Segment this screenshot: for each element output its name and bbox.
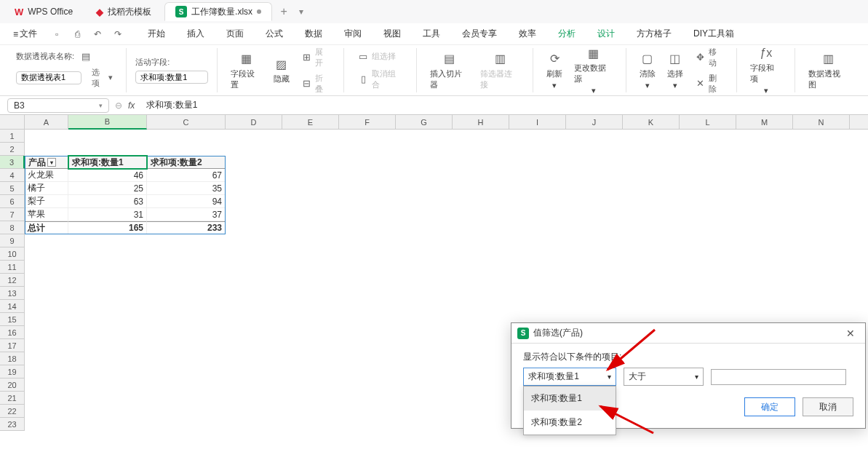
insert-slicer-button[interactable]: ▤插入切片器: [426, 49, 474, 92]
row-header-14[interactable]: 14: [0, 300, 25, 313]
column-header-D[interactable]: D: [226, 115, 282, 130]
row-header-15[interactable]: 15: [0, 313, 25, 326]
row-header-2[interactable]: 2: [0, 143, 25, 156]
cell-C7[interactable]: 37: [147, 208, 226, 221]
column-header-O[interactable]: O: [850, 115, 868, 130]
menu-diy[interactable]: DIY工具箱: [686, 25, 741, 43]
menu-hamburger[interactable]: ≡ 文件: [7, 25, 43, 43]
menu-analyze[interactable]: 分析: [551, 25, 583, 43]
menu-tools[interactable]: 工具: [415, 25, 447, 43]
refresh-button[interactable]: ⟳刷新 ▾: [542, 49, 567, 92]
pivot-name-input[interactable]: [16, 71, 81, 84]
filter-field-select[interactable]: 求和项:数量1 ▾ 求和项:数量1 求和项:数量2: [523, 368, 616, 386]
column-header-F[interactable]: F: [339, 115, 396, 130]
column-header-C[interactable]: C: [147, 115, 226, 130]
row-header-7[interactable]: 7: [0, 208, 25, 221]
menu-insert[interactable]: 插入: [180, 25, 212, 43]
row-header-9[interactable]: 9: [0, 234, 25, 247]
row-header-12[interactable]: 12: [0, 274, 25, 287]
hide-button[interactable]: ▨隐藏: [269, 55, 294, 86]
row-header-18[interactable]: 18: [0, 352, 25, 365]
move-button[interactable]: ✥移动: [690, 45, 728, 70]
cell-C5[interactable]: 35: [147, 182, 226, 195]
row-header-6[interactable]: 6: [0, 195, 25, 208]
row-header-5[interactable]: 5: [0, 182, 25, 195]
cell-C4[interactable]: 67: [147, 169, 226, 182]
ok-button[interactable]: 确定: [744, 397, 795, 416]
dialog-close-button[interactable]: ✕: [842, 326, 859, 341]
cell-A4[interactable]: 火龙果: [25, 169, 68, 182]
filter-operator-select[interactable]: 大于 ▾: [624, 368, 704, 386]
cell-B5[interactable]: 25: [68, 182, 147, 195]
options-button[interactable]: 选项 ▾: [87, 66, 117, 90]
row-header-4[interactable]: 4: [0, 169, 25, 182]
column-header-I[interactable]: I: [509, 115, 566, 130]
list-icon[interactable]: ▤: [80, 51, 92, 63]
new-tab-button[interactable]: +: [275, 3, 292, 20]
dropdown-option-2[interactable]: 求和项:数量2: [524, 411, 616, 435]
change-source-button[interactable]: ▦更改数据源 ▾: [570, 44, 617, 97]
row-header-1[interactable]: 1: [0, 130, 25, 143]
column-header-B[interactable]: B: [68, 115, 147, 130]
template-tab[interactable]: ◆ 找稻壳模板: [86, 2, 162, 21]
cell-A3[interactable]: 产品▾: [25, 156, 68, 169]
row-header-13[interactable]: 13: [0, 287, 25, 300]
cell-B7[interactable]: 31: [68, 208, 147, 221]
column-header-G[interactable]: G: [396, 115, 453, 130]
filter-value-input[interactable]: [711, 369, 846, 385]
row-header-20[interactable]: 20: [0, 378, 25, 392]
column-header-H[interactable]: H: [453, 115, 509, 130]
filter-dropdown-icon[interactable]: ▾: [47, 158, 56, 167]
column-header-M[interactable]: M: [736, 115, 793, 130]
menu-member[interactable]: 会员专享: [455, 25, 504, 43]
menu-data[interactable]: 数据: [298, 25, 330, 43]
cell-C8[interactable]: 233: [147, 221, 226, 234]
fields-items-button[interactable]: ƒx字段和项 ▾: [746, 44, 786, 97]
column-header-K[interactable]: K: [623, 115, 680, 130]
row-header-8[interactable]: 8: [0, 221, 25, 234]
row-header-19[interactable]: 19: [0, 365, 25, 378]
delete-button[interactable]: ✕删除: [690, 71, 728, 96]
row-header-23[interactable]: 23: [0, 418, 25, 431]
undo-icon[interactable]: ↶: [91, 28, 104, 41]
active-field-input[interactable]: [135, 71, 208, 84]
name-box[interactable]: B3 ▾: [7, 98, 109, 113]
menu-start[interactable]: 开始: [140, 25, 172, 43]
cell-A8[interactable]: 总计: [25, 221, 68, 234]
cell-B4[interactable]: 46: [68, 169, 147, 182]
cell-C3[interactable]: 求和项:数量2: [147, 156, 226, 169]
select-button[interactable]: ◫选择 ▾: [663, 49, 688, 92]
cell-B6[interactable]: 63: [68, 195, 147, 208]
select-all-corner[interactable]: [0, 115, 25, 130]
cell-A7[interactable]: 苹果: [25, 208, 68, 221]
menu-review[interactable]: 审阅: [337, 25, 369, 43]
row-header-3[interactable]: 3: [0, 156, 25, 169]
cell-A5[interactable]: 橘子: [25, 182, 68, 195]
column-header-N[interactable]: N: [793, 115, 850, 130]
clear-button[interactable]: ▢清除 ▾: [635, 49, 660, 92]
menu-page[interactable]: 页面: [219, 25, 251, 43]
menu-ffgrid[interactable]: 方方格子: [629, 25, 679, 43]
row-header-21[interactable]: 21: [0, 392, 25, 405]
cell-B8[interactable]: 165: [68, 221, 147, 234]
field-settings-button[interactable]: ▦字段设置: [226, 49, 266, 92]
formula-input[interactable]: 求和项:数量1: [140, 98, 861, 113]
cell-B3[interactable]: 求和项:数量1: [68, 156, 147, 169]
row-header-11[interactable]: 11: [0, 261, 25, 274]
cancel-formula-icon[interactable]: ⊖: [115, 100, 122, 111]
row-header-17[interactable]: 17: [0, 339, 25, 352]
app-tab[interactable]: W WPS Office: [4, 2, 83, 21]
menu-formula[interactable]: 公式: [258, 25, 290, 43]
dialog-titlebar[interactable]: S 值筛选(产品) ✕: [511, 323, 865, 344]
tab-menu-button[interactable]: ▾: [292, 3, 310, 20]
print-icon[interactable]: ⎙: [71, 28, 84, 41]
cell-C6[interactable]: 94: [147, 195, 226, 208]
menu-efficiency[interactable]: 效率: [511, 25, 544, 43]
cell-A6[interactable]: 梨子: [25, 195, 68, 208]
menu-view[interactable]: 视图: [376, 25, 408, 43]
column-header-L[interactable]: L: [680, 115, 736, 130]
save-icon[interactable]: ▫: [50, 28, 63, 41]
pivot-chart-button[interactable]: ▥数据透视图: [804, 49, 852, 92]
cancel-button[interactable]: 取消: [803, 397, 853, 416]
file-tab[interactable]: S 工作簿数量.xlsx: [164, 2, 272, 21]
